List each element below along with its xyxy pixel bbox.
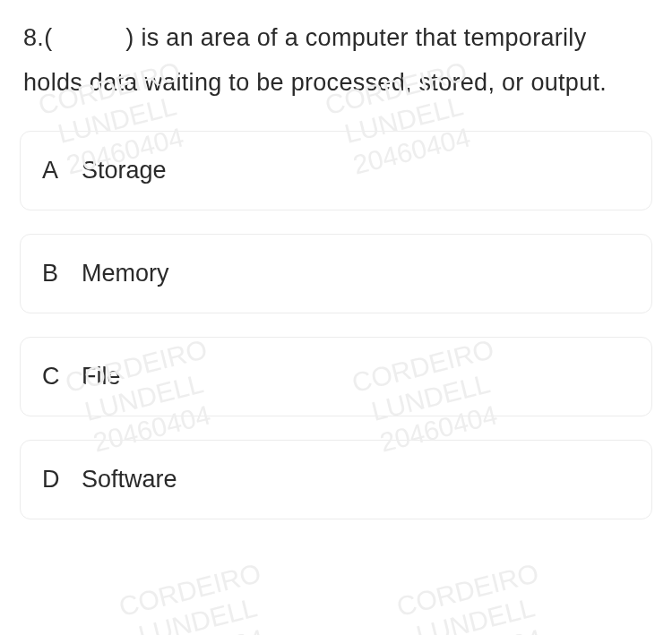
options-list: A Storage B Memory C File D Software <box>0 106 672 519</box>
option-b[interactable]: B Memory <box>20 234 652 313</box>
option-a[interactable]: A Storage <box>20 131 652 210</box>
question-number: 8. <box>23 24 44 51</box>
option-letter: B <box>42 260 62 287</box>
watermark: CORDEIRO LUNDELL 20460404 <box>393 557 557 635</box>
option-letter: C <box>42 363 62 390</box>
option-letter: A <box>42 157 62 184</box>
option-letter: D <box>42 466 62 493</box>
option-label: Storage <box>82 157 167 184</box>
question-stem: 8.( ) is an area of a computer that temp… <box>0 0 672 106</box>
watermark: CORDEIRO LUNDELL 20460404 <box>116 557 280 635</box>
option-label: File <box>82 363 121 390</box>
option-label: Software <box>82 466 177 493</box>
option-c[interactable]: C File <box>20 337 652 416</box>
question-blank: ( ) <box>44 24 134 51</box>
option-d[interactable]: D Software <box>20 440 652 519</box>
option-label: Memory <box>82 260 169 287</box>
